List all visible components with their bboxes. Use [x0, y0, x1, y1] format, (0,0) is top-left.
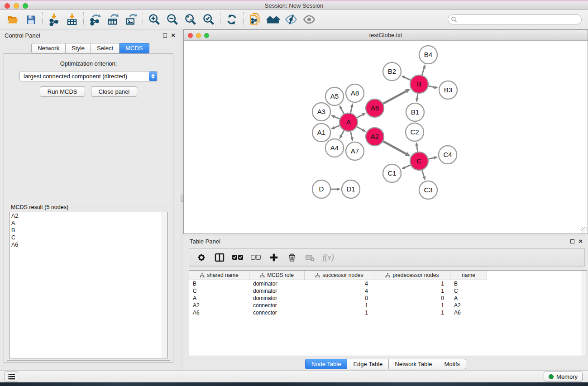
network-minimize-button[interactable]: [196, 33, 201, 38]
cell-MCDS-role[interactable]: connector: [249, 310, 305, 316]
hide-graphics-details-button[interactable]: [282, 11, 300, 28]
network-zoom-button[interactable]: [204, 33, 209, 38]
edge-A-A3[interactable]: [335, 117, 339, 119]
home-view-button[interactable]: [264, 11, 282, 28]
network-close-button[interactable]: [188, 33, 193, 38]
cell-predecessor-nodes[interactable]: 0: [374, 295, 450, 301]
edge-A-A7[interactable]: [350, 132, 352, 138]
column-header-MCDS-role[interactable]: MCDS role: [249, 271, 305, 280]
close-table-panel-icon[interactable]: ×: [578, 239, 583, 243]
criterion-dropdown[interactable]: largest connected component (directed): [19, 71, 158, 81]
cell-predecessor-nodes[interactable]: 1: [374, 302, 450, 309]
edge-A6-B[interactable]: [383, 91, 406, 104]
tab-style[interactable]: Style: [66, 43, 91, 53]
cell-shared-name[interactable]: B: [189, 281, 249, 287]
edge-B-B3[interactable]: [429, 86, 435, 87]
column-header-name[interactable]: name: [450, 271, 487, 280]
table-row[interactable]: Adominator80A: [189, 295, 587, 302]
edge-A-A5[interactable]: [341, 109, 344, 114]
edge-B-B4[interactable]: [422, 68, 424, 75]
cell-name[interactable]: A: [450, 295, 487, 301]
table-row[interactable]: Cdominator41C: [189, 287, 587, 295]
tab-mcds[interactable]: MCDS: [120, 43, 149, 53]
tab-select[interactable]: Select: [91, 43, 120, 53]
close-panel-button[interactable]: Close panel: [91, 86, 138, 97]
cell-MCDS-role[interactable]: dominator: [249, 295, 305, 301]
show-column-button[interactable]: [212, 250, 227, 265]
refresh-button[interactable]: [223, 11, 241, 28]
cell-predecessor-nodes[interactable]: 1: [374, 288, 450, 294]
open-session-button[interactable]: [4, 11, 22, 28]
run-mcds-button[interactable]: Run MCDS: [40, 86, 85, 97]
edge-C-C2[interactable]: [417, 146, 418, 152]
float-panel-icon[interactable]: [163, 33, 167, 38]
column-header-predecessor-nodes[interactable]: predecessor nodes: [374, 271, 450, 280]
zoom-window-button[interactable]: [23, 3, 28, 9]
edge-C-C1[interactable]: [405, 165, 411, 168]
zoom-fit-button[interactable]: [182, 11, 200, 28]
float-table-panel-icon[interactable]: [570, 239, 574, 243]
mcds-result-list[interactable]: A2ABCA6: [9, 212, 168, 358]
export-table-button[interactable]: [104, 11, 122, 28]
cell-shared-name[interactable]: C: [189, 288, 249, 294]
column-header-successor-nodes[interactable]: successor nodes: [305, 271, 374, 280]
close-panel-icon[interactable]: ×: [171, 33, 175, 38]
unselect-all-columns-button[interactable]: [248, 250, 263, 265]
result-item[interactable]: B: [10, 227, 167, 234]
cell-MCDS-role[interactable]: dominator: [249, 281, 305, 287]
table-row[interactable]: Bdominator41B: [189, 280, 587, 287]
zoom-out-button[interactable]: [163, 11, 182, 28]
table-tab-node-table[interactable]: Node Table: [305, 359, 348, 369]
cell-successor-nodes[interactable]: 4: [305, 281, 374, 287]
show-hide-panel-button[interactable]: [300, 11, 318, 28]
result-item[interactable]: A2: [10, 212, 167, 219]
edge-B-B2[interactable]: [405, 77, 411, 80]
zoom-selected-button[interactable]: [200, 11, 218, 28]
table-tab-edge-table[interactable]: Edge Table: [347, 359, 389, 369]
export-network-button[interactable]: [86, 11, 104, 28]
close-window-button[interactable]: [5, 3, 10, 9]
edge-A2-C[interactable]: [383, 141, 406, 154]
resize-grip[interactable]: [581, 227, 587, 233]
table-settings-button[interactable]: [194, 250, 209, 265]
result-list-scrollbar[interactable]: [162, 212, 167, 358]
import-network-button[interactable]: [45, 11, 63, 28]
save-session-button[interactable]: [22, 11, 40, 28]
cell-MCDS-role[interactable]: dominator: [249, 288, 305, 294]
cell-successor-nodes[interactable]: 4: [305, 288, 374, 294]
edge-C-C4[interactable]: [428, 158, 434, 159]
cell-shared-name[interactable]: A6: [189, 310, 249, 316]
create-column-button[interactable]: [266, 250, 282, 265]
select-all-columns-button[interactable]: [230, 250, 245, 265]
cell-successor-nodes[interactable]: 1: [305, 310, 374, 316]
import-table-button[interactable]: [63, 11, 81, 28]
cell-name[interactable]: B: [450, 281, 487, 287]
cell-name[interactable]: A2: [450, 302, 487, 309]
zoom-in-button[interactable]: [145, 11, 163, 28]
table-row[interactable]: A6connector11A6: [189, 309, 587, 316]
cell-shared-name[interactable]: A2: [189, 302, 249, 309]
cell-name[interactable]: A6: [450, 310, 487, 316]
cell-name[interactable]: C: [450, 288, 487, 294]
column-header-shared-name[interactable]: shared name: [189, 271, 249, 280]
minimize-window-button[interactable]: [14, 3, 19, 9]
edge-A-A6[interactable]: [357, 115, 363, 118]
cell-predecessor-nodes[interactable]: 1: [374, 310, 450, 316]
edge-A-A4[interactable]: [341, 130, 344, 135]
search-input[interactable]: [448, 14, 582, 24]
table-scrollbar[interactable]: [582, 271, 587, 356]
task-history-button[interactable]: [5, 372, 18, 381]
edge-A-A8[interactable]: [350, 107, 352, 113]
result-item[interactable]: A: [10, 219, 167, 227]
network-canvas[interactable]: AA1A2A3A4A5A6A7A8BB1B2B3B4CC1C2C3C4DD1: [184, 41, 588, 234]
cell-successor-nodes[interactable]: 1: [305, 302, 374, 309]
export-image-button[interactable]: [122, 11, 140, 28]
cell-predecessor-nodes[interactable]: 1: [374, 281, 450, 287]
table-tab-network-table[interactable]: Network Table: [389, 359, 438, 369]
cell-successor-nodes[interactable]: 8: [305, 295, 374, 301]
result-item[interactable]: C: [10, 234, 167, 241]
table-tab-motifs[interactable]: Motifs: [438, 359, 466, 369]
clone-network-button[interactable]: [246, 11, 264, 28]
edge-C-C3[interactable]: [422, 170, 424, 176]
cell-MCDS-role[interactable]: connector: [249, 302, 305, 309]
